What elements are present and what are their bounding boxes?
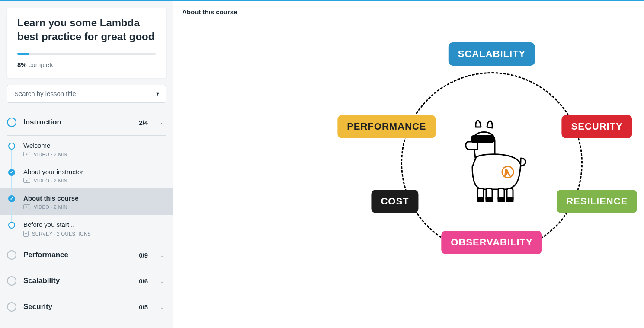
lesson-item[interactable]: About this courseVIDEO · 2 MIN [0, 188, 173, 215]
section-count: 0/6 [139, 277, 148, 285]
pill-observability: OBSERVABILITY [441, 231, 542, 254]
section-status-ring [7, 302, 16, 312]
lesson-title: About your instructor [23, 168, 166, 175]
llama-mascot-icon [455, 115, 529, 206]
section-title: Performance [23, 251, 132, 259]
lesson-canvas: SCALABILITY PERFORMANCE SECURITY COST RE… [173, 22, 644, 328]
lesson-search: Search by lesson title ▼ [7, 85, 166, 103]
course-summary-card: Learn you some Lambda best practice for … [7, 8, 166, 78]
lesson-status-dot [8, 143, 15, 150]
lesson-status-dot [8, 195, 15, 202]
video-icon [23, 178, 30, 183]
lesson-status-dot [8, 222, 15, 229]
search-dropdown[interactable]: Search by lesson title [7, 85, 166, 103]
lesson-header: About this course [173, 1, 644, 22]
lesson-body: About this courseVIDEO · 2 MIN [23, 194, 166, 210]
app-shell: Learn you some Lambda best practice for … [0, 1, 644, 328]
section-title: Instruction [23, 118, 132, 127]
progress-percent: 8% [17, 61, 27, 68]
lesson-item[interactable]: Before you start...SURVEY · 2 QUESTIONS [7, 215, 166, 242]
section-status-ring [7, 118, 16, 127]
lesson-status-dot [8, 169, 15, 176]
topics-diagram: SCALABILITY PERFORMANCE SECURITY COST RE… [353, 42, 630, 284]
progress-word: complete [29, 61, 55, 68]
lesson-rail [7, 168, 16, 183]
section-header-performance[interactable]: Performance0/9⌄ [7, 242, 166, 268]
svg-rect-8 [507, 198, 513, 201]
video-icon [23, 204, 30, 209]
lesson-body: WelcomeVIDEO · 2 MIN [23, 142, 166, 157]
chevron-down-icon: ⌄ [158, 278, 166, 284]
video-icon [23, 152, 30, 156]
lesson-meta: SURVEY · 2 QUESTIONS [23, 231, 166, 237]
lesson-body: About your instructorVIDEO · 2 MIN [23, 168, 166, 183]
course-sidebar: Learn you some Lambda best practice for … [0, 1, 173, 328]
lesson-title: Before you start... [23, 221, 166, 228]
lesson-list: WelcomeVIDEO · 2 MINAbout your instructo… [7, 136, 166, 242]
pill-security: SECURITY [562, 115, 632, 138]
progress-bar [17, 53, 156, 55]
section-count: 2/4 [139, 119, 148, 126]
section-header-resilience[interactable]: Resilience0/4⌄ [7, 320, 166, 328]
section-list: Instruction2/4⌄WelcomeVIDEO · 2 MINAbout… [7, 110, 166, 328]
pill-cost: COST [371, 190, 418, 213]
section-title: Security [23, 303, 132, 311]
chevron-down-icon: ⌄ [158, 304, 166, 310]
svg-rect-6 [486, 198, 492, 201]
lesson-item[interactable]: WelcomeVIDEO · 2 MIN [7, 136, 166, 162]
lesson-meta: VIDEO · 2 MIN [23, 204, 166, 210]
section-title: Scalability [23, 277, 132, 285]
lesson-meta: VIDEO · 2 MIN [23, 152, 166, 157]
lesson-meta: VIDEO · 2 MIN [23, 178, 166, 183]
lesson-title: Welcome [23, 142, 166, 149]
course-title: Learn you some Lambda best practice for … [17, 16, 156, 44]
lesson-body: Before you start...SURVEY · 2 QUESTIONS [23, 221, 166, 237]
section-header-instruction[interactable]: Instruction2/4⌄ [7, 110, 166, 136]
section-status-ring [7, 276, 16, 286]
lesson-title: About this course [23, 194, 166, 202]
pill-resilience: RESILIENCE [557, 190, 637, 213]
lesson-item[interactable]: About your instructorVIDEO · 2 MIN [7, 162, 166, 188]
section-header-security[interactable]: Security0/5⌄ [7, 294, 166, 320]
pill-performance: PERFORMANCE [337, 115, 436, 138]
survey-icon [23, 231, 29, 237]
main-panel: About this course SCALABILITY PERFORMANC… [173, 1, 644, 328]
svg-rect-5 [477, 198, 484, 201]
section-header-scalability[interactable]: Scalability0/6⌄ [7, 268, 166, 294]
progress-fill [17, 53, 29, 55]
section-count: 0/5 [139, 303, 148, 311]
progress-label: 8% complete [17, 61, 156, 68]
section-count: 0/9 [139, 252, 148, 259]
search-placeholder: Search by lesson title [14, 90, 76, 97]
chevron-down-icon: ⌄ [158, 252, 166, 258]
section-status-ring [7, 250, 16, 260]
lesson-heading: About this course [182, 8, 635, 16]
lesson-meta-text: VIDEO · 2 MIN [34, 178, 67, 183]
lesson-meta-text: VIDEO · 2 MIN [34, 204, 67, 210]
lesson-rail [7, 194, 16, 210]
chevron-down-icon: ⌄ [158, 119, 166, 126]
lesson-rail [7, 142, 16, 157]
pill-scalability: SCALABILITY [449, 42, 535, 66]
svg-rect-0 [471, 136, 494, 143]
svg-rect-7 [498, 198, 504, 201]
lesson-rail [7, 221, 16, 237]
lesson-meta-text: SURVEY · 2 QUESTIONS [32, 231, 91, 236]
lesson-meta-text: VIDEO · 2 MIN [34, 152, 67, 157]
